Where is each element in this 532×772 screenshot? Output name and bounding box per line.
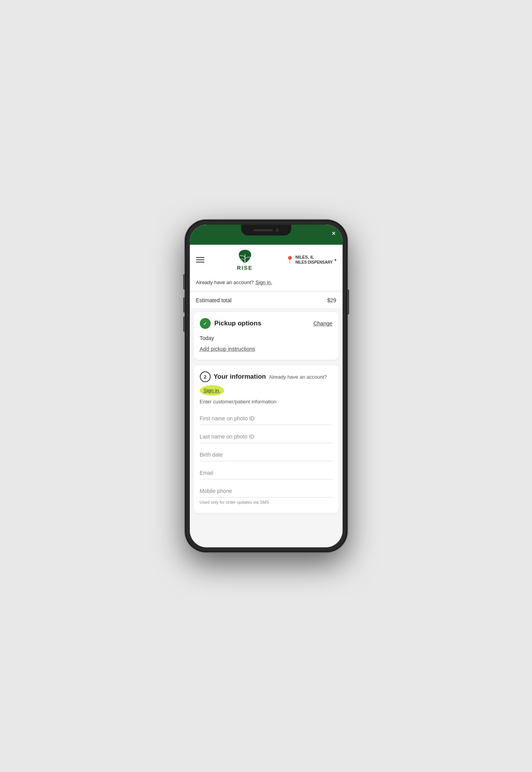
location-selector[interactable]: 📍 NILES, IL NILES DISPENSARY ▾: [285, 255, 336, 264]
rise-logo-icon: [236, 249, 254, 264]
location-city: NILES, IL: [296, 255, 333, 260]
main-content: Already have an account? Sign in. Estima…: [190, 274, 343, 547]
speaker: [253, 229, 273, 231]
last-name-input[interactable]: [200, 429, 333, 443]
notch: [241, 225, 291, 235]
your-information-card: 2 Your information Already have an accou…: [194, 365, 339, 513]
already-have-account-text: Already have an account?: [269, 374, 327, 380]
estimated-total-row: Estimated total $29: [190, 293, 343, 308]
birth-date-field-wrapper: [200, 447, 333, 463]
pickup-change-button[interactable]: Change: [313, 320, 332, 327]
phone-screen: × RISE 📍 NILES, IL: [190, 225, 343, 547]
birth-date-input[interactable]: [200, 447, 333, 461]
estimated-total-value: $29: [327, 297, 336, 303]
mobile-phone-input[interactable]: [200, 483, 333, 498]
last-name-field-wrapper: [200, 429, 333, 445]
pickup-day: Today: [200, 334, 333, 343]
first-name-field-wrapper: [200, 411, 333, 427]
info-header-row: 2 Your information Already have an accou…: [200, 371, 333, 396]
first-name-input[interactable]: [200, 411, 333, 425]
logo-text: RISE: [237, 265, 253, 271]
logo-area: RISE: [236, 249, 254, 271]
add-pickup-instructions-link[interactable]: Add pickup instructions: [200, 344, 333, 354]
account-sign-in-link[interactable]: Sign in.: [255, 279, 272, 285]
mobile-phone-hint: Used only for order updates via SMS: [200, 499, 333, 505]
pickup-check-icon: ✓: [200, 318, 211, 329]
your-information-title: Your information: [214, 373, 266, 381]
phone-frame: × RISE 📍 NILES, IL: [185, 220, 347, 552]
mobile-phone-field-wrapper: Used only for order updates via SMS: [200, 483, 333, 505]
estimated-total-label: Estimated total: [196, 297, 232, 303]
app-navbar: RISE 📍 NILES, IL NILES DISPENSARY ▾: [190, 245, 343, 274]
pickup-title-area: ✓ Pickup options: [200, 318, 262, 329]
pickup-card-header: ✓ Pickup options Change: [200, 318, 333, 329]
location-dispensary: NILES DISPENSARY: [296, 260, 333, 265]
step-number-badge: 2: [200, 371, 211, 382]
info-sign-in-link[interactable]: Sign in.: [200, 385, 224, 396]
info-subtitle: Enter customer/patient information: [200, 399, 333, 405]
location-text: NILES, IL NILES DISPENSARY: [296, 255, 333, 264]
email-input[interactable]: [200, 465, 333, 479]
pickup-options-card: ✓ Pickup options Change Today Add pickup…: [194, 312, 339, 360]
info-card-header: 2 Your information Already have an accou…: [200, 371, 333, 396]
account-prompt-text: Already have an account?: [196, 279, 254, 285]
camera: [276, 229, 279, 232]
close-button[interactable]: ×: [332, 230, 335, 237]
hamburger-menu[interactable]: [196, 257, 204, 262]
email-field-wrapper: [200, 465, 333, 481]
phone-header: ×: [190, 225, 343, 245]
location-dropdown-icon: ▾: [334, 258, 336, 262]
location-pin-icon: 📍: [285, 256, 294, 264]
pickup-options-title: Pickup options: [214, 320, 262, 327]
account-banner: Already have an account? Sign in.: [190, 274, 343, 290]
